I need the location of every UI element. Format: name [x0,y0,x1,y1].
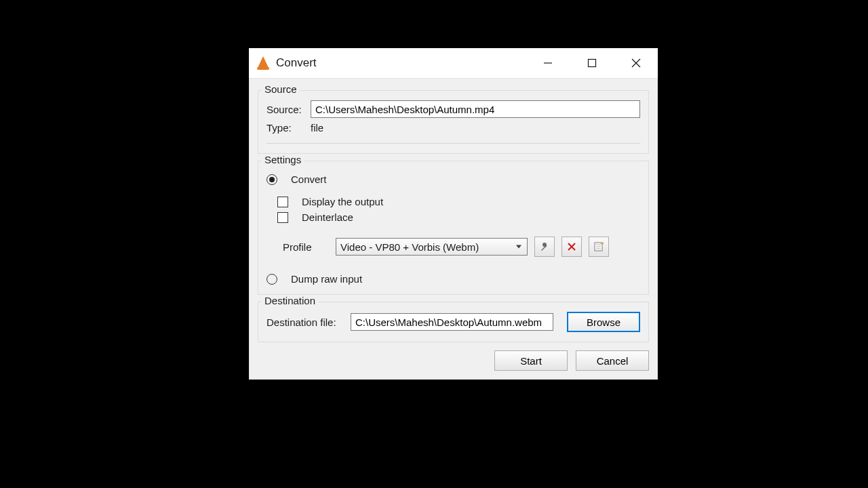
display-output-row[interactable]: Display the output [277,196,640,207]
svg-rect-1 [588,60,595,67]
titlebar[interactable]: Convert [249,48,658,78]
minimize-icon [543,58,553,68]
new-profile-icon [593,241,604,252]
destination-legend: Destination [262,295,318,306]
dialog-footer: Start Cancel [258,350,649,371]
close-button[interactable] [614,48,658,78]
type-label: Type: [267,122,304,134]
source-input[interactable] [311,100,640,118]
deinterlace-label: Deinterlace [302,211,353,223]
destination-file-label: Destination file: [267,317,344,328]
type-value: file [311,122,323,134]
deinterlace-row[interactable]: Deinterlace [277,211,640,223]
convert-radio-row[interactable]: Convert [267,174,640,185]
profile-value: Video - VP80 + Vorbis (Webm) [340,241,479,253]
convert-radio[interactable] [267,174,277,185]
minimize-button[interactable] [526,48,570,78]
dialog-body: Source Source: Type: file Settings Conve… [249,78,658,380]
destination-group: Destination Destination file: Browse [258,302,649,342]
profile-label: Profile [283,241,329,253]
profile-dropdown[interactable]: Video - VP80 + Vorbis (Webm) [336,238,528,256]
start-button[interactable]: Start [494,350,568,371]
source-divider [267,143,640,144]
source-legend: Source [262,83,300,95]
new-profile-button[interactable] [589,237,609,257]
destination-file-input[interactable] [351,313,553,331]
display-output-checkbox[interactable] [277,197,288,207]
chevron-down-icon [516,245,521,249]
vlc-cone-icon [257,56,269,70]
settings-legend: Settings [262,154,304,165]
dump-radio-label: Dump raw input [291,273,362,285]
dump-radio[interactable] [267,274,277,285]
wrench-icon [539,241,550,252]
window-title: Convert [276,56,317,70]
maximize-icon [587,58,597,68]
source-label: Source: [267,104,304,115]
delete-profile-button[interactable] [561,237,582,257]
cancel-button[interactable]: Cancel [576,350,649,371]
deinterlace-checkbox[interactable] [277,212,288,223]
delete-x-icon [567,242,576,251]
convert-dialog: Convert Source Source: Type: file Settin [249,48,658,380]
browse-button[interactable]: Browse [567,312,640,332]
close-icon [631,58,641,68]
settings-group: Settings Convert Display the output Dein… [258,161,649,295]
display-output-label: Display the output [302,196,383,207]
maximize-button[interactable] [570,48,614,78]
edit-profile-button[interactable] [534,237,555,257]
convert-radio-label: Convert [291,174,327,185]
source-group: Source Source: Type: file [258,90,649,154]
dump-radio-row[interactable]: Dump raw input [267,273,640,285]
